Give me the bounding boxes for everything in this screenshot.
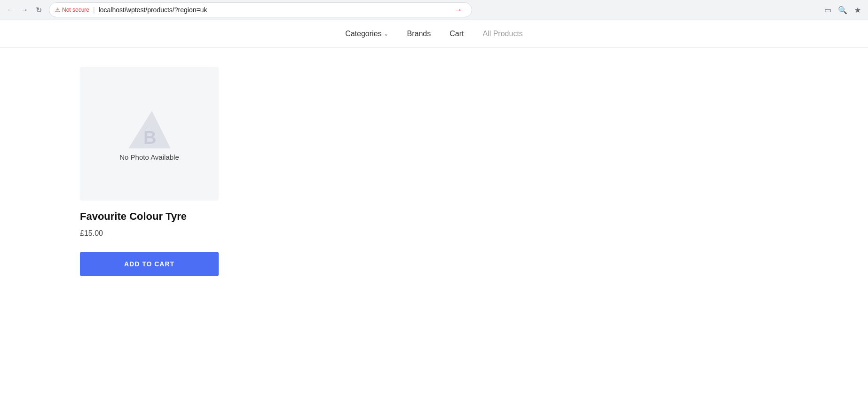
nav-cart-label: Cart [450,30,464,38]
nav-brands-label: Brands [407,30,431,38]
nav-cart[interactable]: Cart [450,30,464,38]
browser-nav-buttons: ← → ↻ [4,3,45,16]
nav-categories[interactable]: Categories ⌄ [345,30,388,38]
cast-button[interactable]: ▭ [821,3,834,16]
site-nav: Categories ⌄ Brands Cart All Products [0,20,868,48]
browser-toolbar: ← → ↻ ⚠ Not secure | localhost/wptest/pr… [0,0,868,20]
url-text: localhost/wptest/products/?region=uk [99,6,450,14]
reload-button[interactable]: ↻ [32,3,45,16]
red-arrow-indicator: → [454,5,466,15]
product-grid: B No Photo Available Favourite Colour Ty… [80,67,868,276]
forward-button[interactable]: → [18,3,31,16]
add-to-cart-button[interactable]: ADD TO CART [80,252,219,276]
security-warning-icon: ⚠ [55,7,60,13]
product-title: Favourite Colour Tyre [80,210,219,224]
product-image-container: B No Photo Available [80,67,219,201]
nav-all-products[interactable]: All Products [482,30,522,38]
browser-chrome: ← → ↻ ⚠ Not secure | localhost/wptest/pr… [0,0,868,20]
security-indicator: ⚠ Not secure [55,7,89,13]
browser-right-icons: ▭ 🔍 ★ [821,3,864,16]
no-photo-text: No Photo Available [119,153,179,161]
zoom-button[interactable]: 🔍 [836,3,849,16]
address-bar[interactable]: ⚠ Not secure | localhost/wptest/products… [49,2,472,17]
svg-text:B: B [143,128,156,147]
security-label: Not secure [62,7,89,13]
product-price: £15.00 [80,229,219,238]
nav-categories-label: Categories [345,30,381,38]
no-photo-icon: B [128,106,171,148]
categories-chevron-icon: ⌄ [384,31,388,37]
nav-brands[interactable]: Brands [407,30,431,38]
address-separator: | [93,6,95,14]
nav-all-products-label: All Products [482,30,522,38]
main-content: B No Photo Available Favourite Colour Ty… [0,48,868,295]
product-card: B No Photo Available Favourite Colour Ty… [80,67,219,276]
bookmark-button[interactable]: ★ [851,3,864,16]
back-button[interactable]: ← [4,3,17,16]
